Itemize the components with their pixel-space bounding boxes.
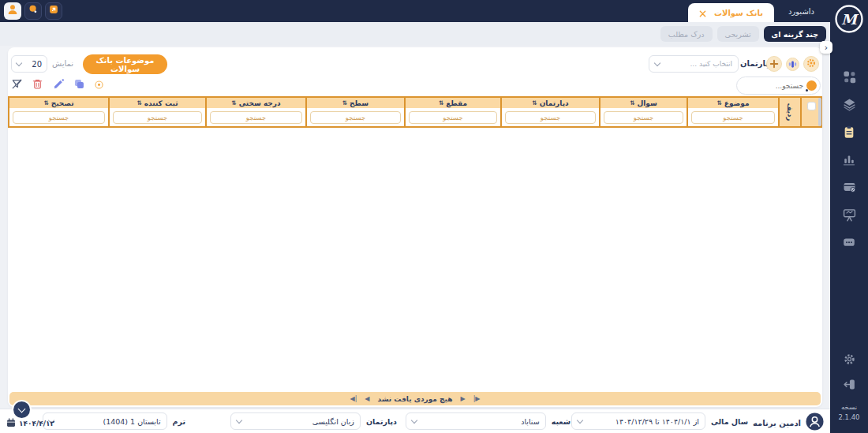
filter-off-icon xyxy=(11,78,23,93)
pagination-next-button[interactable]: ◀ xyxy=(365,396,369,402)
column-label: سوال xyxy=(637,99,657,107)
page-size-value: 20 xyxy=(32,60,42,69)
tab-question-bank[interactable]: بانک سوالات xyxy=(688,3,774,22)
profile-button[interactable] xyxy=(4,2,21,20)
tab-dashboard[interactable]: داشبورد xyxy=(782,7,821,16)
select-all-checkbox[interactable] xyxy=(807,102,816,110)
pagination-bar: ◀| ◀ هیچ موردی یافت نشد ▶ |▶ xyxy=(9,392,821,405)
filter-input-correction[interactable] xyxy=(13,111,105,124)
column-header-correction[interactable]: تصحیح ⇅ xyxy=(9,98,108,108)
record-status-button[interactable] xyxy=(93,80,104,91)
main-sidebar: M xyxy=(830,0,868,433)
statusbar-collapse-button[interactable] xyxy=(13,401,30,418)
sidebar-item-payments[interactable] xyxy=(839,180,859,197)
topbar-quick-actions xyxy=(4,2,62,20)
delete-button[interactable] xyxy=(31,79,44,92)
fiscal-year-select[interactable]: از ۱۴۰۴/۱/۱ تا ۱۴۰۴/۱۲/۲۹ xyxy=(571,412,705,430)
user-info[interactable]: ادمین برنامه xyxy=(753,412,824,433)
expand-arrow-icon xyxy=(47,2,61,20)
column-header-level[interactable]: سطح ⇅ xyxy=(307,98,404,108)
chevron-down-icon xyxy=(410,416,417,423)
column-header-grade[interactable]: مقطع ⇅ xyxy=(406,98,500,108)
column-label: مقطع xyxy=(446,99,467,107)
grid-icon xyxy=(842,69,856,87)
sidebar-collapse-button[interactable]: ‹ xyxy=(820,41,832,54)
settings-button[interactable] xyxy=(839,352,859,369)
pagination-prev-button[interactable]: ▶ xyxy=(460,396,465,402)
search-input[interactable] xyxy=(709,82,803,90)
department-filter-select[interactable]: انتخاب کنید ... xyxy=(649,55,739,73)
column-header-department[interactable]: دپارتمان ⇅ xyxy=(502,98,599,108)
pagination-last-button[interactable]: ◀| xyxy=(350,396,357,402)
card-check-icon xyxy=(842,180,857,197)
clear-filters-button[interactable] xyxy=(10,79,24,92)
clipboard-icon xyxy=(842,125,856,143)
columns-button[interactable] xyxy=(786,58,799,71)
dot-circle-icon xyxy=(94,78,104,93)
settings-gear-button[interactable] xyxy=(803,56,819,72)
sidebar-item-layers[interactable] xyxy=(839,97,859,114)
edit-button[interactable] xyxy=(52,79,65,92)
fullscreen-button[interactable] xyxy=(45,2,62,20)
chevron-down-icon xyxy=(654,59,660,65)
filter-input-department[interactable] xyxy=(505,111,596,124)
pagination-first-button[interactable]: |▶ xyxy=(473,396,481,402)
branch-select[interactable]: سناباد xyxy=(406,412,546,430)
page-size-select[interactable]: 20 xyxy=(11,55,47,73)
term-select[interactable]: تابستان 1 (1404) xyxy=(43,412,167,430)
notifications-button[interactable] xyxy=(24,2,42,20)
sidebar-item-more[interactable] xyxy=(839,235,859,252)
column-header-registrar[interactable]: ثبت کننده ⇅ xyxy=(110,98,205,108)
presentation-board-icon xyxy=(842,207,857,226)
copy-icon xyxy=(73,78,85,93)
svg-text:M: M xyxy=(841,11,859,28)
sort-icon: ⇅ xyxy=(43,99,48,106)
filter-input-grade[interactable] xyxy=(409,111,497,124)
row-number-column: ردیف xyxy=(778,98,800,126)
logout-button[interactable] xyxy=(839,377,859,394)
fiscal-year-value: از ۱۴۰۴/۱/۱ تا ۱۴۰۴/۱۲/۲۹ xyxy=(615,417,699,426)
questions-table: ردیف موضوع ⇅ سوال ⇅ دپارتمان ⇅ xyxy=(8,96,822,128)
term-field: ترم تابستان 1 (1404) xyxy=(43,412,185,430)
column-label: موضوع xyxy=(724,99,750,107)
add-button[interactable] xyxy=(766,56,782,72)
column-header-topic[interactable]: موضوع ⇅ xyxy=(688,98,778,108)
department-filter-placeholder: انتخاب کنید ... xyxy=(690,60,733,68)
sidebar-item-classes[interactable] xyxy=(839,207,859,225)
duplicate-button[interactable] xyxy=(73,79,86,92)
app-logo[interactable]: M xyxy=(833,3,865,35)
bar-chart-icon xyxy=(842,152,856,170)
filter-input-topic[interactable] xyxy=(691,111,775,124)
gear-icon xyxy=(806,57,817,72)
filter-input-difficulty[interactable] xyxy=(210,111,302,124)
question-bank-topics-button[interactable]: موضوعات بانک سوالات xyxy=(83,54,167,74)
chevron-down-icon xyxy=(577,416,583,423)
filter-input-level[interactable] xyxy=(310,111,401,124)
column-label: ثبت کننده xyxy=(144,99,178,107)
department-select[interactable]: زبان انگلیسی xyxy=(230,412,361,430)
sidebar-bottom: نسخه 2.1.40 xyxy=(830,352,868,422)
column-difficulty: درجه سختی ⇅ xyxy=(205,98,305,126)
close-icon[interactable] xyxy=(699,6,706,21)
tab-multiple-choice[interactable]: چند گزینه ای xyxy=(764,26,826,42)
department-label: دپارتمان xyxy=(366,417,397,426)
pencil-icon xyxy=(53,78,65,93)
sidebar-item-dashboard[interactable] xyxy=(839,69,859,87)
show-label: نمایش xyxy=(52,59,73,68)
tab-reading-comprehension[interactable]: درک مطلب xyxy=(660,26,713,42)
column-topic: موضوع ⇅ xyxy=(687,98,778,126)
filter-input-question[interactable] xyxy=(604,111,683,124)
column-header-question[interactable]: سوال ⇅ xyxy=(600,98,687,108)
table-scrollbar[interactable] xyxy=(818,98,821,126)
question-bank-panel: موضوعات بانک سوالات نمایش 20 دپارتمان ان… xyxy=(8,47,822,407)
term-label: ترم xyxy=(173,417,185,426)
column-label: تصحیح xyxy=(51,99,74,107)
question-type-tabs: چند گزینه ای تشریحی درک مطلب xyxy=(660,26,826,42)
gear-icon xyxy=(843,353,856,369)
sidebar-item-reports[interactable] xyxy=(839,152,859,170)
filter-input-registrar[interactable] xyxy=(113,111,202,124)
chevron-down-icon xyxy=(236,416,242,423)
column-header-difficulty[interactable]: درجه سختی ⇅ xyxy=(207,98,305,108)
tab-essay[interactable]: تشریحی xyxy=(717,26,759,42)
sidebar-item-question-bank[interactable] xyxy=(839,125,859,142)
